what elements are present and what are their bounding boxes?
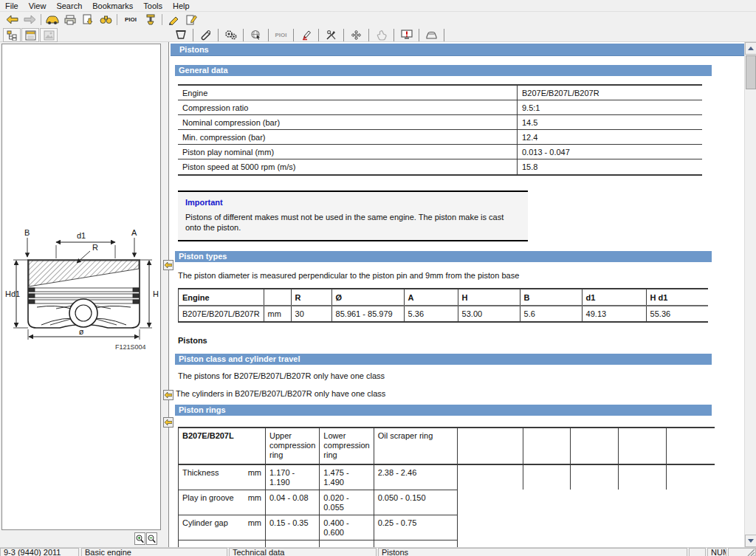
cell: 5.36 — [404, 306, 458, 322]
toolbar-separator — [444, 29, 444, 41]
important-note: Important Pistons of different makes mus… — [178, 191, 528, 241]
cell — [618, 464, 666, 490]
repair-info-button[interactable] — [193, 28, 218, 41]
pistons-subheading: Pistons — [178, 336, 207, 345]
search-button[interactable] — [97, 13, 114, 27]
select-hand-button[interactable] — [369, 28, 394, 41]
scrollbar-thumb[interactable] — [746, 55, 756, 89]
menu-bookmarks[interactable]: Bookmarks — [87, 1, 138, 11]
export-document-button[interactable] — [79, 13, 97, 27]
menu-bar: File View Search Bookmarks Tools Help — [0, 0, 756, 12]
figure-label-h: H — [153, 289, 159, 298]
move-cross-icon — [351, 30, 362, 41]
menu-file[interactable]: File — [0, 1, 24, 11]
tree-view-button[interactable] — [3, 28, 21, 42]
menu-view[interactable]: View — [24, 1, 52, 11]
secondary-toolbar: PIOI — [0, 27, 756, 42]
arrow-up-icon — [748, 47, 754, 50]
section-piston-class: Piston class and cylinder travel — [175, 354, 712, 365]
binoculars-icon — [100, 15, 112, 24]
tool-clamp-button[interactable] — [142, 13, 159, 27]
header-cell: Oil scraper ring — [374, 428, 457, 464]
resize-grip-icon[interactable] — [746, 548, 756, 556]
scroll-down-button[interactable] — [745, 535, 756, 547]
special-tools-button[interactable] — [319, 28, 343, 41]
service-alert-button[interactable] — [394, 28, 419, 41]
edit-marker-button[interactable] — [294, 28, 318, 41]
car-icon — [46, 15, 59, 25]
highlighter-icon — [168, 15, 179, 25]
parts-info-button[interactable] — [219, 28, 243, 41]
cell: 49.13 — [582, 306, 646, 322]
annotate-button[interactable] — [182, 13, 200, 27]
cell — [457, 490, 523, 515]
jump-link-button[interactable] — [163, 260, 173, 270]
section-piston-rings: Piston rings — [175, 405, 712, 416]
row-label: Nominal compression (bar) — [178, 115, 518, 129]
zoom-out-icon — [148, 535, 156, 543]
group-label: B207R — [179, 540, 266, 547]
pioi-label: PIOI — [125, 16, 137, 23]
figure-label-r: R — [92, 243, 98, 252]
piston-class-line2: The cylinders in B207E/B207L/B207R only … — [176, 389, 385, 398]
vehicle-select-button[interactable] — [44, 13, 61, 27]
main-toolbar: PIOI — [0, 12, 756, 27]
header-cell — [666, 428, 715, 464]
cell: 0.15 - 0.35 — [266, 515, 320, 540]
scroll-up-button[interactable] — [745, 42, 756, 55]
cell — [374, 540, 457, 547]
important-text: Pistons of different makes must not be u… — [185, 212, 520, 233]
zoom-in-button[interactable] — [134, 532, 145, 545]
cell — [570, 515, 618, 540]
web-link-button[interactable] — [244, 28, 268, 41]
cell — [618, 515, 666, 540]
cell: 0.400 - 0.600 — [320, 515, 374, 540]
vehicle-outline-button[interactable] — [419, 28, 444, 41]
document-area: Pistons General data Engine B207E/B207L/… — [168, 42, 744, 547]
menu-help[interactable]: Help — [168, 1, 195, 11]
back-button[interactable] — [3, 13, 21, 27]
section-piston-types: Piston types — [175, 251, 712, 262]
row-label: Cylinder gap — [182, 518, 228, 528]
cell — [457, 464, 523, 490]
header-cell — [457, 428, 523, 464]
document-view-button[interactable] — [21, 28, 39, 42]
tree-view-icon — [7, 30, 18, 41]
application-window: File View Search Bookmarks Tools Help PI… — [0, 0, 756, 556]
menu-tools[interactable]: Tools — [138, 1, 168, 11]
zoom-out-button[interactable] — [146, 532, 157, 545]
piston-types-table: Engine R Ø A H B d1 H d1 B207E/B207L/B20… — [178, 288, 708, 323]
menu-search[interactable]: Search — [51, 1, 87, 11]
content-scrollbar[interactable] — [744, 42, 756, 547]
piston-info-button[interactable] — [168, 28, 193, 41]
cell — [666, 490, 715, 515]
cell — [523, 490, 570, 515]
status-vehicle: 9-3 (9440) 2011 — [0, 548, 79, 556]
cell: 53.00 — [458, 306, 520, 322]
cell — [570, 490, 618, 515]
row-label: Play in groove — [182, 493, 234, 503]
cell — [457, 515, 523, 540]
forward-button[interactable] — [21, 13, 38, 27]
yellow-back-arrow-icon — [165, 392, 172, 398]
highlight-button[interactable] — [165, 13, 182, 27]
printer-icon — [64, 15, 76, 25]
pioi-button[interactable]: PIOI — [120, 13, 142, 27]
section-general-data: General data — [175, 65, 712, 76]
wrench-icon — [200, 30, 211, 41]
piston-types-note: The piston diameter is measured perpendi… — [178, 271, 519, 280]
cell — [523, 464, 570, 490]
zoom-in-icon — [136, 535, 144, 543]
print-button[interactable] — [61, 13, 79, 27]
image-view-button[interactable] — [40, 28, 58, 42]
move-button[interactable] — [344, 28, 368, 41]
important-heading: Important — [185, 198, 520, 207]
jump-link-button[interactable] — [163, 417, 173, 428]
cell: 2.38 - 2.46 — [374, 464, 457, 490]
header-cell: H — [458, 289, 520, 306]
cell: mm — [264, 306, 291, 322]
pioi-doc-button[interactable]: PIOI — [269, 28, 293, 41]
header-cell — [570, 428, 618, 464]
row-unit: mm — [248, 493, 261, 503]
jump-link-button[interactable] — [163, 390, 173, 400]
